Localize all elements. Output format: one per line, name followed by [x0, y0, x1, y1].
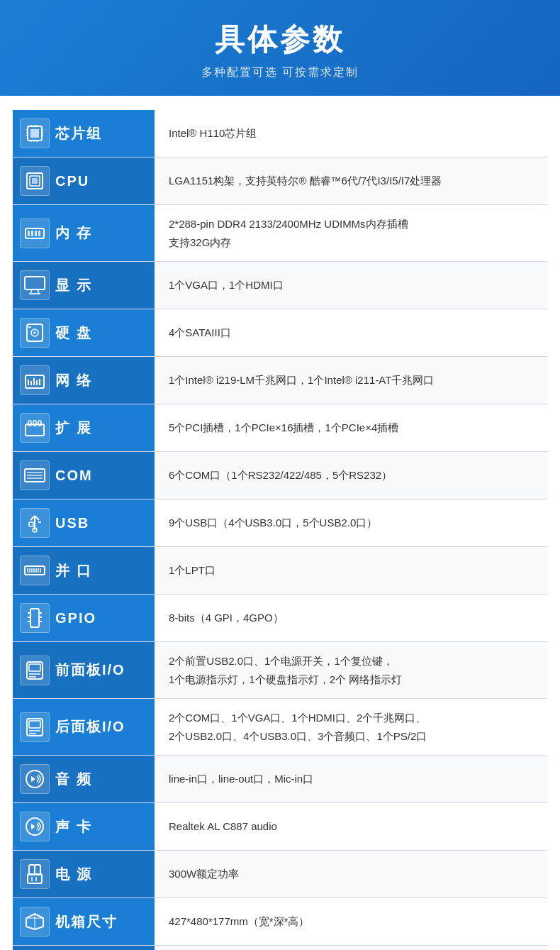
svg-point-28: [33, 331, 36, 334]
spec-row-parallel: 并 口1个LPT口: [13, 547, 547, 595]
spec-row-cpu: CPULGA1151构架，支持英特尔® 酷睿™6代/7代I3/I5/I7处理器: [13, 158, 547, 205]
expansion-icon: [20, 413, 50, 443]
network-label: 网 络: [55, 371, 92, 390]
spec-row-expansion: 扩 展5个PCI插槽，1个PCIe×16插槽，1个PCIe×4插槽: [13, 404, 547, 452]
power-value: 300W额定功率: [155, 851, 547, 898]
memory-label: 内 存: [55, 223, 92, 243]
spec-row-memory: 内 存2*288-pin DDR4 2133/2400MHz UDIMMs内存插…: [13, 205, 547, 262]
svg-rect-77: [28, 874, 42, 883]
rear-panel-label: 后面板I/O: [55, 717, 125, 736]
svg-rect-1: [30, 129, 39, 138]
chassis-icon: [20, 907, 50, 937]
svg-rect-47: [29, 522, 33, 526]
expansion-label: 扩 展: [55, 419, 92, 438]
network-icon: [20, 365, 50, 395]
network-value: 1个Intel® i219-LM千兆网口，1个Intel® i211-AT千兆网…: [155, 357, 547, 404]
header: 具体参数 多种配置可选 可按需求定制: [0, 0, 560, 96]
gpio-label: GPIO: [55, 610, 96, 626]
gpio-value: 8-bits（4 GPI，4GPO）: [155, 595, 547, 642]
spec-row-front-panel: 前面板I/O2个前置USB2.0口、1个电源开关，1个复位键， 1个电源指示灯，…: [13, 642, 547, 699]
spec-row-sound-card: 声 卡Realtek AL C887 audio: [13, 803, 547, 851]
spec-row-power: 电 源300W额定功率: [13, 851, 547, 898]
usb-value: 9个USB口（4个USB3.0口，5个USB2.0口）: [155, 499, 547, 547]
display-value: 1个VGA口，1个HDMI口: [155, 262, 547, 309]
chipset-icon: [20, 118, 50, 148]
com-icon: [20, 460, 50, 490]
harddisk-label: 硬 盘: [55, 324, 92, 343]
svg-rect-21: [38, 231, 40, 236]
com-value: 6个COM口（1个RS232/422/485，5个RS232）: [155, 452, 547, 499]
spec-row-chassis: 机箱尺寸427*480*177mm（宽*深*高）: [13, 898, 547, 946]
display-icon: [20, 270, 50, 300]
cpu-icon: [20, 166, 50, 196]
sound-card-label: 声 卡: [55, 817, 92, 836]
svg-rect-16: [32, 178, 38, 184]
chassis-value: 427*480*177mm（宽*深*高）: [155, 898, 547, 946]
rear-panel-value: 2个COM口、1个VGA口、1个HDMI口、2个千兆网口、 2个USB2.0口、…: [155, 699, 547, 756]
chassis-label: 机箱尺寸: [55, 912, 118, 932]
spec-row-audio: 音 频line-in口，line-out口，Mic-in口: [13, 756, 547, 803]
sound-card-icon: [20, 812, 50, 841]
spec-row-chipset: 芯片组Intel® H110芯片组: [13, 110, 547, 158]
cpu-value: LGA1151构架，支持英特尔® 酷睿™6代/7代I3/I5/I7处理器: [155, 158, 547, 205]
spec-row-usb: USB9个USB口（4个USB3.0口，5个USB2.0口）: [13, 499, 547, 547]
expansion-value: 5个PCI插槽，1个PCIe×16插槽，1个PCIe×4插槽: [155, 404, 547, 452]
audio-value: line-in口，line-out口，Mic-in口: [155, 756, 547, 803]
spec-table: 芯片组Intel® H110芯片组 CPULGA1151构架，支持英特尔® 酷睿…: [13, 110, 547, 950]
spec-row-harddisk: 硬 盘4个SATAIII口: [13, 309, 547, 357]
audio-icon: [20, 764, 50, 794]
svg-rect-58: [30, 609, 39, 627]
spec-row-display: 显 示1个VGA口，1个HDMI口: [13, 262, 547, 309]
spec-row-rear-panel: 后面板I/O2个COM口、1个VGA口、1个HDMI口、2个千兆网口、 2个US…: [13, 699, 547, 756]
parallel-icon: [20, 556, 50, 585]
front-panel-label: 前面板I/O: [55, 661, 125, 680]
svg-rect-66: [29, 664, 40, 671]
spec-row-network: 网 络1个Intel® i219-LM千兆网口，1个Intel® i211-AT…: [13, 357, 547, 404]
svg-rect-20: [35, 231, 37, 236]
power-label: 电 源: [55, 865, 92, 884]
chipset-value: Intel® H110芯片组: [155, 110, 547, 158]
weight-value: 约23公斤: [155, 946, 547, 951]
header-subtitle: 多种配置可选 可按需求定制: [14, 65, 546, 80]
parallel-value: 1个LPT口: [155, 547, 547, 595]
harddisk-icon: [20, 318, 50, 348]
usb-label: USB: [55, 515, 89, 531]
sound-card-value: Realtek AL C887 audio: [155, 803, 547, 851]
rear-panel-icon: [20, 712, 50, 742]
display-label: 显 示: [55, 276, 92, 295]
svg-rect-75: [29, 865, 35, 875]
audio-label: 音 频: [55, 770, 92, 789]
gpio-icon: [20, 603, 50, 633]
parallel-label: 并 口: [55, 561, 92, 580]
usb-icon: [20, 508, 50, 538]
memory-icon: [20, 219, 50, 248]
svg-rect-70: [29, 721, 40, 728]
spec-row-weight: kg 整机重量约23公斤: [13, 946, 547, 951]
svg-rect-76: [35, 865, 40, 875]
power-icon: [20, 859, 50, 889]
spec-row-com: COM6个COM口（1个RS232/422/485，5个RS232）: [13, 452, 547, 499]
cpu-label: CPU: [55, 173, 89, 189]
header-title: 具体参数: [14, 20, 546, 60]
memory-value: 2*288-pin DDR4 2133/2400MHz UDIMMs内存插槽 支…: [155, 205, 547, 262]
front-panel-value: 2个前置USB2.0口、1个电源开关，1个复位键， 1个电源指示灯，1个硬盘指示…: [155, 642, 547, 699]
svg-rect-18: [28, 231, 30, 236]
chipset-label: 芯片组: [55, 124, 102, 143]
front-panel-icon: [20, 656, 50, 685]
spec-row-gpio: GPIO8-bits（4 GPI，4GPO）: [13, 595, 547, 642]
com-label: COM: [55, 468, 93, 484]
svg-rect-22: [25, 277, 45, 289]
harddisk-value: 4个SATAIII口: [155, 309, 547, 357]
svg-rect-19: [31, 231, 33, 236]
